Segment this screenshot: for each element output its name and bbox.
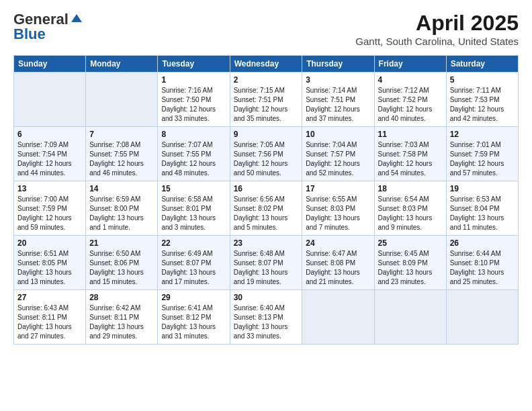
day-number: 8	[161, 130, 226, 139]
calendar-cell: 10Sunrise: 7:04 AM Sunset: 7:57 PM Dayli…	[302, 127, 374, 181]
day-number: 6	[17, 130, 82, 139]
calendar-cell: 24Sunrise: 6:47 AM Sunset: 8:08 PM Dayli…	[302, 236, 374, 290]
calendar-week-3: 20Sunrise: 6:51 AM Sunset: 8:05 PM Dayli…	[14, 236, 519, 290]
day-number: 27	[17, 293, 82, 302]
day-number: 21	[89, 238, 154, 248]
calendar-cell: 20Sunrise: 6:51 AM Sunset: 8:05 PM Dayli…	[14, 236, 86, 290]
month-title: April 2025	[355, 11, 519, 36]
day-number: 23	[234, 238, 299, 248]
day-info: Sunrise: 6:48 AM Sunset: 8:07 PM Dayligh…	[234, 249, 299, 287]
day-info: Sunrise: 6:40 AM Sunset: 8:13 PM Dayligh…	[234, 304, 299, 341]
day-number: 10	[306, 130, 370, 139]
day-info: Sunrise: 6:55 AM Sunset: 8:03 PM Dayligh…	[306, 195, 370, 232]
day-info: Sunrise: 6:49 AM Sunset: 8:07 PM Dayligh…	[161, 249, 226, 287]
calendar-cell: 15Sunrise: 6:58 AM Sunset: 8:01 PM Dayli…	[158, 181, 230, 236]
day-info: Sunrise: 7:15 AM Sunset: 7:51 PM Dayligh…	[234, 86, 299, 124]
calendar-cell: 9Sunrise: 7:05 AM Sunset: 7:56 PM Daylig…	[230, 127, 302, 181]
calendar-cell: 7Sunrise: 7:08 AM Sunset: 7:55 PM Daylig…	[86, 127, 158, 181]
day-number: 15	[161, 184, 226, 193]
calendar-header-friday: Friday	[374, 56, 446, 73]
calendar-cell: 5Sunrise: 7:11 AM Sunset: 7:53 PM Daylig…	[446, 73, 518, 127]
calendar-cell: 30Sunrise: 6:40 AM Sunset: 8:13 PM Dayli…	[230, 290, 302, 345]
calendar-cell: 23Sunrise: 6:48 AM Sunset: 8:07 PM Dayli…	[230, 236, 302, 290]
day-number: 14	[89, 184, 154, 193]
day-number: 9	[234, 130, 299, 139]
day-number: 12	[450, 130, 515, 139]
calendar-cell: 26Sunrise: 6:44 AM Sunset: 8:10 PM Dayli…	[446, 236, 518, 290]
day-info: Sunrise: 7:12 AM Sunset: 7:52 PM Dayligh…	[378, 86, 443, 124]
logo: General Blue	[13, 11, 83, 43]
page-header: General Blue April 2025 Gantt, South Car…	[13, 11, 519, 47]
calendar-week-2: 13Sunrise: 7:00 AM Sunset: 7:59 PM Dayli…	[14, 181, 519, 236]
day-info: Sunrise: 7:04 AM Sunset: 7:57 PM Dayligh…	[306, 140, 370, 178]
calendar-cell	[374, 290, 446, 345]
day-number: 22	[161, 238, 226, 248]
day-number: 28	[89, 293, 154, 302]
calendar-cell: 25Sunrise: 6:45 AM Sunset: 8:09 PM Dayli…	[374, 236, 446, 290]
day-info: Sunrise: 6:59 AM Sunset: 8:00 PM Dayligh…	[89, 195, 154, 232]
day-info: Sunrise: 7:03 AM Sunset: 7:58 PM Dayligh…	[378, 140, 443, 178]
day-info: Sunrise: 7:11 AM Sunset: 7:53 PM Dayligh…	[450, 86, 515, 124]
day-number: 26	[450, 238, 515, 248]
calendar-header-thursday: Thursday	[302, 56, 374, 73]
day-info: Sunrise: 6:51 AM Sunset: 8:05 PM Dayligh…	[17, 249, 82, 287]
calendar-cell: 12Sunrise: 7:01 AM Sunset: 7:59 PM Dayli…	[446, 127, 518, 181]
day-info: Sunrise: 7:00 AM Sunset: 7:59 PM Dayligh…	[17, 195, 82, 232]
day-info: Sunrise: 7:07 AM Sunset: 7:55 PM Dayligh…	[161, 140, 226, 178]
day-info: Sunrise: 6:43 AM Sunset: 8:11 PM Dayligh…	[17, 304, 82, 341]
calendar-week-0: 1Sunrise: 7:16 AM Sunset: 7:50 PM Daylig…	[14, 73, 519, 127]
day-info: Sunrise: 7:16 AM Sunset: 7:50 PM Dayligh…	[161, 86, 226, 124]
day-number: 13	[17, 184, 82, 193]
day-info: Sunrise: 6:42 AM Sunset: 8:11 PM Dayligh…	[89, 304, 154, 341]
day-number: 20	[17, 238, 82, 248]
day-info: Sunrise: 6:53 AM Sunset: 8:04 PM Dayligh…	[450, 195, 515, 232]
calendar-cell	[14, 73, 86, 127]
day-number: 19	[450, 184, 515, 193]
calendar-header-tuesday: Tuesday	[158, 56, 230, 73]
calendar-header-row: SundayMondayTuesdayWednesdayThursdayFrid…	[14, 56, 519, 73]
calendar-cell: 16Sunrise: 6:56 AM Sunset: 8:02 PM Dayli…	[230, 181, 302, 236]
calendar-header-sunday: Sunday	[14, 56, 86, 73]
day-number: 29	[161, 293, 226, 302]
day-number: 1	[161, 75, 226, 85]
day-info: Sunrise: 7:14 AM Sunset: 7:51 PM Dayligh…	[306, 86, 370, 124]
day-number: 30	[234, 293, 299, 302]
title-block: April 2025 Gantt, South Carolina, United…	[355, 11, 519, 47]
logo-blue: Blue	[13, 26, 46, 43]
calendar-cell: 27Sunrise: 6:43 AM Sunset: 8:11 PM Dayli…	[14, 290, 86, 345]
calendar-header-monday: Monday	[86, 56, 158, 73]
calendar-week-4: 27Sunrise: 6:43 AM Sunset: 8:11 PM Dayli…	[14, 290, 519, 345]
calendar-cell: 6Sunrise: 7:09 AM Sunset: 7:54 PM Daylig…	[14, 127, 86, 181]
day-info: Sunrise: 6:58 AM Sunset: 8:01 PM Dayligh…	[161, 195, 226, 232]
day-number: 3	[306, 75, 370, 85]
day-number: 11	[378, 130, 443, 139]
calendar-cell: 22Sunrise: 6:49 AM Sunset: 8:07 PM Dayli…	[158, 236, 230, 290]
calendar-cell: 13Sunrise: 7:00 AM Sunset: 7:59 PM Dayli…	[14, 181, 86, 236]
day-number: 5	[450, 75, 515, 85]
calendar-cell: 29Sunrise: 6:41 AM Sunset: 8:12 PM Dayli…	[158, 290, 230, 345]
calendar-header-saturday: Saturday	[446, 56, 518, 73]
logo-icon	[70, 13, 83, 26]
calendar-cell	[446, 290, 518, 345]
day-number: 24	[306, 238, 370, 248]
day-info: Sunrise: 6:47 AM Sunset: 8:08 PM Dayligh…	[306, 249, 370, 287]
svg-marker-0	[71, 14, 82, 22]
day-number: 2	[234, 75, 299, 85]
day-info: Sunrise: 6:56 AM Sunset: 8:02 PM Dayligh…	[234, 195, 299, 232]
day-number: 25	[378, 238, 443, 248]
calendar-cell: 28Sunrise: 6:42 AM Sunset: 8:11 PM Dayli…	[86, 290, 158, 345]
calendar-cell: 2Sunrise: 7:15 AM Sunset: 7:51 PM Daylig…	[230, 73, 302, 127]
day-number: 17	[306, 184, 370, 193]
day-info: Sunrise: 6:41 AM Sunset: 8:12 PM Dayligh…	[161, 304, 226, 341]
day-number: 16	[234, 184, 299, 193]
day-info: Sunrise: 7:09 AM Sunset: 7:54 PM Dayligh…	[17, 140, 82, 178]
day-number: 4	[378, 75, 443, 85]
calendar-cell: 1Sunrise: 7:16 AM Sunset: 7:50 PM Daylig…	[158, 73, 230, 127]
calendar-cell: 4Sunrise: 7:12 AM Sunset: 7:52 PM Daylig…	[374, 73, 446, 127]
day-info: Sunrise: 7:08 AM Sunset: 7:55 PM Dayligh…	[89, 140, 154, 178]
calendar-cell: 11Sunrise: 7:03 AM Sunset: 7:58 PM Dayli…	[374, 127, 446, 181]
calendar-header-wednesday: Wednesday	[230, 56, 302, 73]
calendar-cell: 8Sunrise: 7:07 AM Sunset: 7:55 PM Daylig…	[158, 127, 230, 181]
calendar-cell: 17Sunrise: 6:55 AM Sunset: 8:03 PM Dayli…	[302, 181, 374, 236]
day-info: Sunrise: 6:54 AM Sunset: 8:03 PM Dayligh…	[378, 195, 443, 232]
